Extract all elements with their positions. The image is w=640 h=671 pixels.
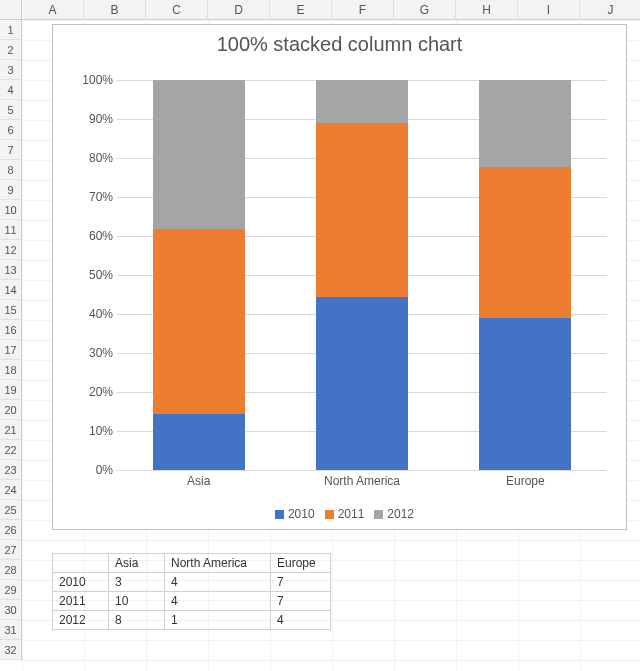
row-header[interactable]: 4 xyxy=(0,80,21,100)
y-tick-label: 70% xyxy=(69,190,113,204)
col-header[interactable]: I xyxy=(518,0,580,20)
cell[interactable]: 7 xyxy=(271,592,331,611)
row-header[interactable]: 17 xyxy=(0,340,21,360)
legend-label[interactable]: 2012 xyxy=(387,507,414,521)
row-header[interactable]: 32 xyxy=(0,640,21,660)
stacked-bar[interactable] xyxy=(316,80,408,470)
bar-segment-2011[interactable] xyxy=(316,123,408,296)
cell[interactable]: 4 xyxy=(165,573,271,592)
row-header[interactable]: 7 xyxy=(0,140,21,160)
bar-segment-2010[interactable] xyxy=(479,318,571,470)
row-header[interactable]: 22 xyxy=(0,440,21,460)
bar-segment-2012[interactable] xyxy=(316,80,408,123)
row-header[interactable]: 2 xyxy=(0,40,21,60)
y-tick-label: 20% xyxy=(69,385,113,399)
cell[interactable]: 4 xyxy=(271,611,331,630)
cell[interactable]: 10 xyxy=(109,592,165,611)
legend-label[interactable]: 2011 xyxy=(338,507,365,521)
row-header[interactable]: 20 xyxy=(0,400,21,420)
col-header[interactable]: H xyxy=(456,0,518,20)
row-header[interactable]: 12 xyxy=(0,240,21,260)
row-header[interactable]: 13 xyxy=(0,260,21,280)
legend[interactable]: 201020112012 xyxy=(53,507,626,521)
cell[interactable]: 4 xyxy=(165,592,271,611)
cell[interactable]: 2010 xyxy=(53,573,109,592)
row-header[interactable]: 14 xyxy=(0,280,21,300)
table-row: 2010 3 4 7 xyxy=(53,573,331,592)
row-header[interactable]: 28 xyxy=(0,560,21,580)
x-tick-label: Europe xyxy=(444,474,607,488)
bar-segment-2012[interactable] xyxy=(153,80,245,229)
bar-segment-2012[interactable] xyxy=(479,80,571,167)
table-header-cell[interactable] xyxy=(53,554,109,573)
cell[interactable]: 1 xyxy=(165,611,271,630)
row-header[interactable]: 18 xyxy=(0,360,21,380)
stacked-bar[interactable] xyxy=(153,80,245,470)
col-header[interactable]: F xyxy=(332,0,394,20)
bar-slot xyxy=(444,80,607,470)
cell[interactable]: 2012 xyxy=(53,611,109,630)
row-header[interactable]: 8 xyxy=(0,160,21,180)
cell[interactable]: 7 xyxy=(271,573,331,592)
y-tick-label: 60% xyxy=(69,229,113,243)
bar-segment-2011[interactable] xyxy=(479,167,571,319)
stacked-bar[interactable] xyxy=(479,80,571,470)
row-header[interactable]: 21 xyxy=(0,420,21,440)
row-header[interactable]: 3 xyxy=(0,60,21,80)
row-header[interactable]: 29 xyxy=(0,580,21,600)
bar-segment-2011[interactable] xyxy=(153,229,245,415)
row-header[interactable]: 15 xyxy=(0,300,21,320)
row-header[interactable]: 16 xyxy=(0,320,21,340)
table-header-cell[interactable]: Asia xyxy=(109,554,165,573)
legend-swatch xyxy=(374,510,383,519)
row-header[interactable]: 24 xyxy=(0,480,21,500)
source-data-table[interactable]: Asia North America Europe 2010 3 4 7 201… xyxy=(52,553,331,630)
row-header[interactable]: 25 xyxy=(0,500,21,520)
row-header[interactable]: 1 xyxy=(0,20,21,40)
row-header[interactable]: 30 xyxy=(0,600,21,620)
col-header[interactable]: J xyxy=(580,0,640,20)
y-tick-label: 10% xyxy=(69,424,113,438)
select-all-corner[interactable] xyxy=(0,0,22,20)
chart-object[interactable]: 100% stacked column chart 0%10%20%30%40%… xyxy=(52,24,627,530)
col-header[interactable]: E xyxy=(270,0,332,20)
col-header[interactable]: G xyxy=(394,0,456,20)
row-header[interactable]: 23 xyxy=(0,460,21,480)
col-header[interactable]: C xyxy=(146,0,208,20)
col-header[interactable]: B xyxy=(84,0,146,20)
bar-segment-2010[interactable] xyxy=(153,414,245,470)
cell[interactable]: 2011 xyxy=(53,592,109,611)
bar-segment-2010[interactable] xyxy=(316,297,408,470)
y-tick-label: 50% xyxy=(69,268,113,282)
row-header[interactable]: 31 xyxy=(0,620,21,640)
cell[interactable]: 3 xyxy=(109,573,165,592)
chart-title[interactable]: 100% stacked column chart xyxy=(53,33,626,56)
row-header[interactable]: 5 xyxy=(0,100,21,120)
table-row: 2011 10 4 7 xyxy=(53,592,331,611)
x-axis-labels: AsiaNorth AmericaEurope xyxy=(117,474,607,488)
col-header[interactable]: D xyxy=(208,0,270,20)
table-header-cell[interactable]: Europe xyxy=(271,554,331,573)
cell[interactable]: 8 xyxy=(109,611,165,630)
gridline xyxy=(117,470,607,471)
legend-label[interactable]: 2010 xyxy=(288,507,315,521)
row-header[interactable]: 10 xyxy=(0,200,21,220)
row-header[interactable]: 11 xyxy=(0,220,21,240)
x-tick-label: North America xyxy=(280,474,443,488)
legend-swatch xyxy=(275,510,284,519)
row-header[interactable]: 9 xyxy=(0,180,21,200)
col-header[interactable]: A xyxy=(22,0,84,20)
row-header[interactable]: 19 xyxy=(0,380,21,400)
y-tick-label: 30% xyxy=(69,346,113,360)
row-header[interactable]: 26 xyxy=(0,520,21,540)
row-headers: 1234567891011121314151617181920212223242… xyxy=(0,20,22,660)
table-header-cell[interactable]: North America xyxy=(165,554,271,573)
table-row: 2012 8 1 4 xyxy=(53,611,331,630)
y-tick-label: 80% xyxy=(69,151,113,165)
row-header[interactable]: 27 xyxy=(0,540,21,560)
row-header[interactable]: 6 xyxy=(0,120,21,140)
y-tick-label: 0% xyxy=(69,463,113,477)
bar-slot xyxy=(280,80,443,470)
cell-grid[interactable]: 100% stacked column chart 0%10%20%30%40%… xyxy=(22,20,640,671)
y-tick-label: 40% xyxy=(69,307,113,321)
